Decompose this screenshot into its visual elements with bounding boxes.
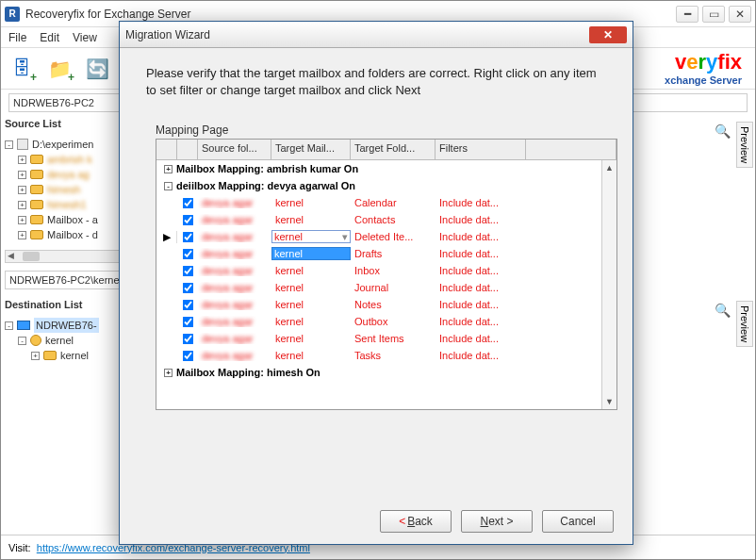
row-checkbox[interactable] (177, 333, 198, 345)
source-folder-cell[interactable]: devya agar (198, 299, 271, 310)
tree-expand-icon[interactable]: + (31, 352, 40, 360)
target-folder-cell[interactable]: Calendar (351, 197, 436, 208)
col-target-mail[interactable]: Target Mail... (271, 140, 351, 159)
target-mailbox-cell[interactable]: kernel (271, 350, 351, 361)
cancel-button[interactable]: Cancel (542, 510, 614, 533)
target-folder-cell[interactable]: Drafts (351, 248, 436, 259)
source-folder-cell[interactable]: devya agar (198, 248, 271, 259)
tree-collapse-icon[interactable]: - (5, 321, 13, 330)
target-mailbox-cell[interactable]: kernel (271, 265, 351, 276)
source-item[interactable]: devya ag (47, 167, 90, 182)
maximize-button[interactable]: ▭ (702, 6, 725, 23)
scroll-down-icon[interactable]: ▼ (602, 394, 616, 409)
filters-cell[interactable]: Include dat... (436, 248, 526, 259)
tree-expand-icon[interactable]: + (18, 186, 26, 194)
source-folder-cell[interactable]: devya agar (198, 282, 271, 293)
row-selector[interactable]: ▶ (156, 231, 177, 243)
row-checkbox[interactable] (177, 265, 198, 277)
search-input[interactable] (633, 125, 709, 137)
source-root[interactable]: D:\experimen (32, 137, 93, 152)
search-box[interactable]: 🔍 (628, 122, 736, 140)
toolbar-add-database-icon[interactable]: 🗄+ (8, 56, 35, 82)
preview-tab[interactable]: Preview (736, 122, 753, 168)
search-icon[interactable]: 🔍 (715, 124, 731, 139)
row-checkbox[interactable] (177, 197, 198, 209)
grid-data-row[interactable]: devya agar kernel Journal Include dat... (156, 279, 616, 296)
source-item[interactable]: himesh1 (47, 197, 87, 212)
source-folder-cell[interactable]: devya agar (198, 316, 271, 327)
tree-expand-icon[interactable]: + (18, 216, 26, 224)
target-mailbox-cell[interactable]: kernel (271, 214, 351, 225)
search-input[interactable] (633, 305, 709, 316)
row-checkbox[interactable] (177, 282, 198, 294)
target-mailbox-dropdown-open[interactable]: kernel (271, 247, 351, 260)
scroll-up-icon[interactable]: ▲ (602, 160, 616, 175)
target-folder-cell[interactable]: Inbox (351, 265, 436, 276)
target-folder-cell[interactable]: Sent Items (351, 333, 436, 344)
filters-cell[interactable]: Include dat... (436, 197, 526, 208)
grid-data-row[interactable]: devya agar kernel Calendar Include dat..… (156, 194, 616, 211)
toolbar-add-folder-icon[interactable]: 📁+ (46, 56, 73, 82)
target-folder-cell[interactable]: Outbox (351, 316, 436, 327)
source-item[interactable]: himesh (47, 182, 80, 197)
source-folder-cell[interactable]: devya agar (198, 214, 271, 225)
target-folder-cell[interactable]: Deleted Ite... (351, 231, 436, 242)
group-toggle-icon[interactable]: - (164, 182, 173, 190)
destination-tree[interactable]: -NDRWEB76- -kernel +kernel (5, 318, 129, 363)
source-tree[interactable]: -D:\experimen +ambrish k +devya ag +hime… (5, 137, 129, 242)
filters-cell[interactable]: Include dat... (436, 316, 526, 327)
mapping-grid[interactable]: Source fol... Target Mail... Target Fold… (156, 139, 617, 410)
target-folder-cell[interactable]: Notes (351, 299, 436, 310)
grid-data-row[interactable]: devya agar kernel Contacts Include dat..… (156, 211, 616, 228)
target-folder-cell[interactable]: Contacts (351, 214, 436, 225)
menu-file[interactable]: File (8, 31, 26, 44)
filters-cell[interactable]: Include dat... (436, 214, 526, 225)
col-filters[interactable]: Filters (436, 140, 526, 159)
filters-cell[interactable]: Include dat... (436, 333, 526, 344)
source-folder-cell[interactable]: devya agar (198, 197, 271, 208)
back-button[interactable]: <Back (380, 510, 452, 533)
row-checkbox[interactable] (177, 316, 198, 328)
source-folder-cell[interactable]: devya agar (198, 231, 271, 242)
row-checkbox[interactable] (177, 350, 198, 362)
source-folder-cell[interactable]: devya agar (198, 333, 271, 344)
grid-data-row[interactable]: devya agar kernel Drafts Include dat... (156, 245, 616, 262)
menu-edit[interactable]: Edit (40, 31, 59, 44)
row-checkbox[interactable] (177, 299, 198, 311)
filters-cell[interactable]: Include dat... (436, 299, 526, 310)
target-mailbox-dropdown[interactable]: kernel▾ (271, 230, 351, 243)
search-icon[interactable]: 🔍 (715, 303, 731, 318)
target-folder-cell[interactable]: Journal (351, 282, 436, 293)
tree-expand-icon[interactable]: + (18, 201, 26, 209)
filters-cell[interactable]: Include dat... (436, 350, 526, 361)
horizontal-scrollbar[interactable] (5, 250, 129, 263)
grid-data-row[interactable]: devya agar kernel Inbox Include dat... (156, 262, 616, 279)
grid-group-row[interactable]: +Mailbox Mapping: ambrish kumar On (156, 160, 616, 177)
target-mailbox-cell[interactable]: kernel (271, 197, 351, 208)
col-target-folder[interactable]: Target Fold... (351, 140, 436, 159)
row-checkbox[interactable] (177, 214, 198, 226)
target-folder-cell[interactable]: Tasks (351, 350, 436, 361)
source-item[interactable]: Mailbox - d (47, 227, 98, 242)
tree-expand-icon[interactable]: + (18, 231, 26, 239)
minimize-button[interactable]: ━ (676, 6, 698, 23)
breadcrumb-2[interactable]: NDRWEB76-PC2\kerne (5, 271, 129, 289)
filters-cell[interactable]: Include dat... (436, 282, 526, 293)
target-mailbox-cell[interactable]: kernel (271, 299, 351, 310)
source-folder-cell[interactable]: devya agar (198, 350, 271, 361)
target-mailbox-cell[interactable]: kernel (271, 333, 351, 344)
target-mailbox-cell[interactable]: kernel (271, 316, 351, 327)
source-item[interactable]: Mailbox - a (47, 212, 98, 227)
chevron-down-icon[interactable]: ▾ (342, 231, 348, 243)
row-checkbox[interactable] (177, 231, 198, 243)
close-button[interactable]: ✕ (729, 6, 751, 23)
grid-vertical-scrollbar[interactable]: ▲ ▼ (601, 160, 616, 409)
dest-root[interactable]: NDRWEB76- (34, 318, 99, 333)
tree-collapse-icon[interactable]: - (18, 337, 26, 345)
filters-cell[interactable]: Include dat... (436, 231, 526, 242)
tree-expand-icon[interactable]: + (18, 171, 26, 179)
dest-grandchild[interactable]: kernel (60, 348, 89, 363)
tree-expand-icon[interactable]: + (18, 156, 26, 164)
group-toggle-icon[interactable]: + (164, 369, 173, 377)
tree-collapse-icon[interactable]: - (5, 140, 13, 149)
